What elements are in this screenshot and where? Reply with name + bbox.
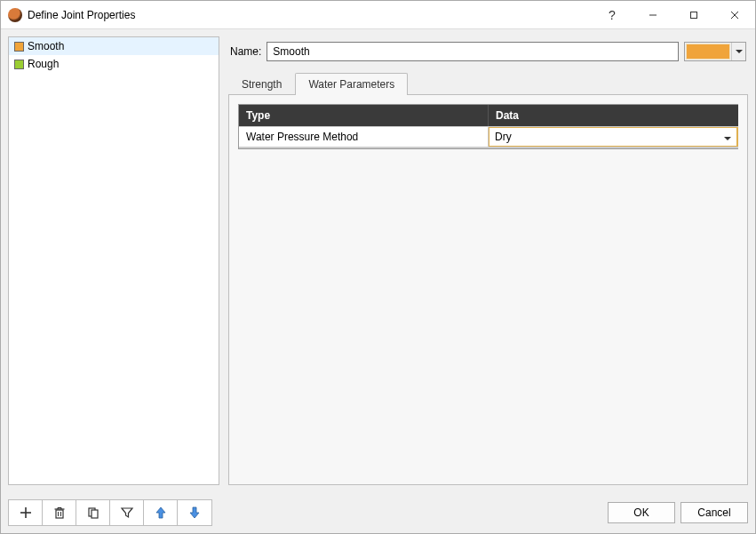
cell-data-value: Dry bbox=[495, 131, 724, 143]
cell-data-dropdown[interactable]: Dry bbox=[489, 127, 738, 147]
svg-rect-16 bbox=[92, 510, 98, 518]
chevron-down-icon bbox=[724, 131, 731, 143]
color-picker[interactable] bbox=[684, 42, 746, 61]
maximize-button[interactable] bbox=[673, 1, 714, 29]
color-swatch-icon bbox=[14, 42, 24, 52]
copy-icon bbox=[86, 506, 100, 520]
trash-icon bbox=[52, 506, 67, 520]
svg-marker-19 bbox=[190, 507, 199, 518]
move-down-button[interactable] bbox=[178, 500, 211, 525]
tab-bar: Strength Water Parameters bbox=[228, 73, 748, 95]
cancel-button[interactable]: Cancel bbox=[680, 502, 748, 523]
color-swatch-icon bbox=[14, 60, 24, 69]
close-button[interactable] bbox=[714, 1, 755, 29]
main-panel: Name: Strength Water Parameters Type bbox=[228, 36, 748, 485]
arrow-down-icon bbox=[187, 506, 202, 520]
ok-button[interactable]: OK bbox=[608, 502, 675, 523]
list-item[interactable]: Rough bbox=[9, 55, 219, 73]
name-input[interactable] bbox=[267, 42, 679, 61]
grid-header: Type Data bbox=[239, 105, 738, 126]
svg-marker-17 bbox=[122, 508, 132, 517]
delete-button[interactable] bbox=[43, 500, 76, 525]
move-up-button[interactable] bbox=[144, 500, 178, 525]
grid-row: Water Pressure Method Dry bbox=[239, 126, 738, 148]
list-toolbar bbox=[8, 499, 212, 526]
list-item-label: Smooth bbox=[28, 40, 64, 52]
svg-marker-5 bbox=[724, 137, 731, 140]
svg-marker-18 bbox=[156, 507, 165, 518]
column-header-type: Type bbox=[239, 105, 489, 126]
help-button[interactable]: ? bbox=[592, 1, 633, 29]
svg-rect-8 bbox=[56, 510, 63, 518]
add-button[interactable] bbox=[9, 500, 43, 525]
sidebar: Smooth Rough bbox=[8, 36, 219, 485]
name-label: Name: bbox=[230, 45, 261, 58]
copy-button[interactable] bbox=[76, 500, 110, 525]
tab-panel: Type Data Water Pressure Method Dry bbox=[228, 94, 748, 485]
dialog-window: Define Joint Properties ? Smooth Rough bbox=[0, 0, 756, 534]
svg-rect-1 bbox=[691, 12, 697, 18]
arrow-up-icon bbox=[154, 506, 168, 520]
filter-icon bbox=[120, 506, 134, 520]
list-item[interactable]: Smooth bbox=[9, 37, 219, 55]
property-grid: Type Data Water Pressure Method Dry bbox=[238, 104, 738, 149]
svg-marker-4 bbox=[736, 50, 743, 53]
joint-list[interactable]: Smooth Rough bbox=[8, 36, 219, 485]
tab-strength[interactable]: Strength bbox=[228, 73, 295, 95]
cell-type: Water Pressure Method bbox=[239, 127, 489, 147]
footer: OK Cancel bbox=[1, 492, 755, 533]
window-title: Define Joint Properties bbox=[28, 9, 135, 21]
plus-icon bbox=[19, 506, 33, 520]
minimize-button[interactable] bbox=[633, 1, 673, 29]
titlebar: Define Joint Properties ? bbox=[1, 1, 755, 29]
tab-water-parameters[interactable]: Water Parameters bbox=[295, 73, 408, 95]
list-item-label: Rough bbox=[28, 58, 59, 70]
name-row: Name: bbox=[228, 36, 748, 72]
content-area: Smooth Rough Name: Stre bbox=[1, 29, 755, 492]
chevron-down-icon bbox=[731, 43, 745, 60]
app-icon bbox=[8, 8, 22, 22]
color-fill bbox=[686, 44, 730, 60]
column-header-data: Data bbox=[489, 105, 738, 126]
filter-button[interactable] bbox=[110, 500, 144, 525]
